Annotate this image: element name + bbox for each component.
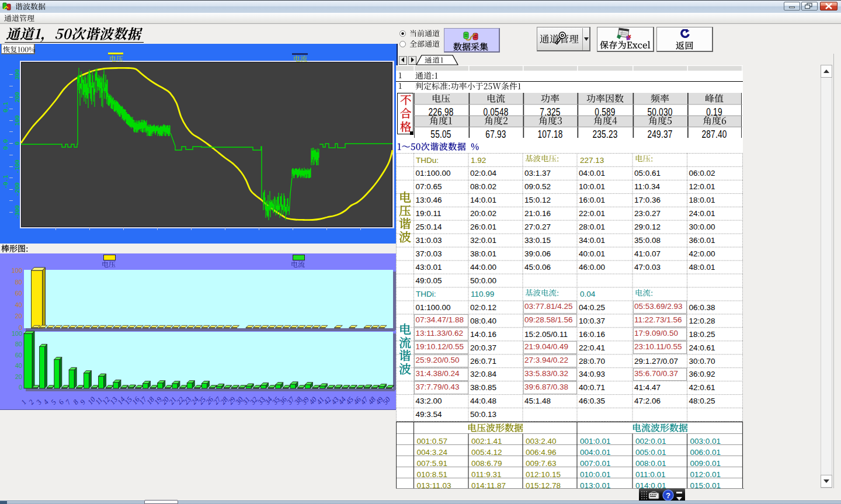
svg-text:?: ? [666,491,670,500]
